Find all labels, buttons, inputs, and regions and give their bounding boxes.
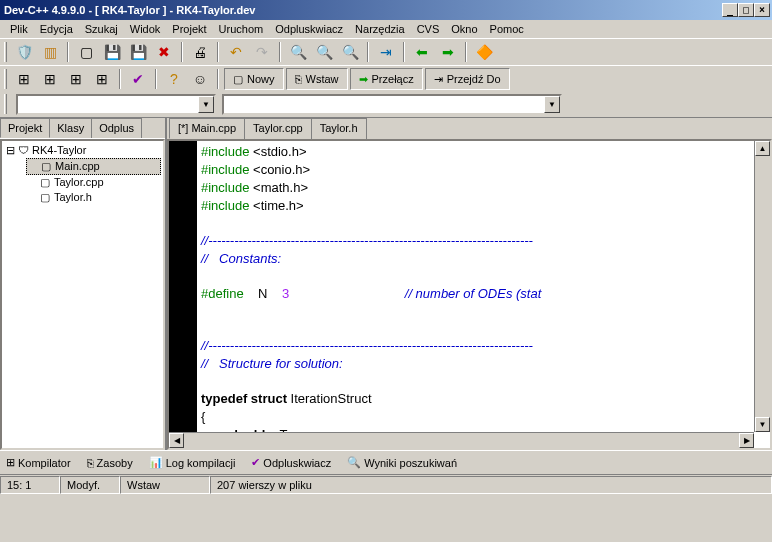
editor-tab-taylor-h[interactable]: Taylor.h xyxy=(311,118,367,139)
file-icon: ▢ xyxy=(38,176,52,189)
editor-tab-main[interactable]: [*] Main.cpp xyxy=(169,118,245,139)
editor-tab-taylor-cpp[interactable]: Taylor.cpp xyxy=(244,118,312,139)
menu-okno[interactable]: Okno xyxy=(445,21,483,37)
replace-icon[interactable]: 🔍 xyxy=(312,41,336,63)
app-icon[interactable]: 🔶 xyxy=(472,41,496,63)
redo-icon[interactable]: ↷ xyxy=(250,41,274,63)
tab-odpluskwiacz[interactable]: ✔ Odpluskwiacz xyxy=(251,456,331,469)
maximize-button[interactable]: □ xyxy=(738,3,754,17)
project-panel: Projekt Klasy Odplus 🛡RK4-Taylor ▢Main.c… xyxy=(0,118,167,450)
toolbar-2: ⊞ ⊞ ⊞ ⊞ ✔ ? ☺ ▢ Nowy ⎘ Wstaw ➡ Przełącz … xyxy=(0,65,772,92)
scroll-left-icon: ◀ xyxy=(169,433,184,448)
file-icon: ▢ xyxy=(39,160,53,173)
menu-pomoc[interactable]: Pomoc xyxy=(484,21,530,37)
grid-icon: ⊞ xyxy=(6,456,15,469)
about-icon[interactable]: ☺ xyxy=(188,68,212,90)
grid1-icon[interactable]: ⊞ xyxy=(12,68,36,90)
doc-icon[interactable]: ▥ xyxy=(38,41,62,63)
minimize-button[interactable]: _ xyxy=(722,3,738,17)
editor-panel: [*] Main.cpp Taylor.cpp Taylor.h #includ… xyxy=(167,118,772,450)
save-icon[interactable]: 💾 xyxy=(100,41,124,63)
menu-projekt[interactable]: Projekt xyxy=(166,21,212,37)
findnext-icon[interactable]: 🔍 xyxy=(338,41,362,63)
combo-2[interactable]: ▼ xyxy=(222,94,562,115)
status-modif: Modyf. xyxy=(60,476,120,494)
menu-uruchom[interactable]: Uruchom xyxy=(213,21,270,37)
horizontal-scrollbar[interactable]: ◀ ▶ xyxy=(169,432,754,448)
menu-narzedzia[interactable]: Narzędzia xyxy=(349,21,411,37)
menu-szukaj[interactable]: Szukaj xyxy=(79,21,124,37)
copy-icon: ⎘ xyxy=(87,457,94,469)
grid4-icon[interactable]: ⊞ xyxy=(90,68,114,90)
status-bar: 15: 1 Modyf. Wstaw 207 wierszy w pliku xyxy=(0,474,772,494)
tab-zasoby[interactable]: ⎘ Zasoby xyxy=(87,457,133,469)
tree-file[interactable]: ▢Main.cpp xyxy=(26,158,161,175)
saveall-icon[interactable]: 💾 xyxy=(126,41,150,63)
combo-row: ▼ ▼ xyxy=(0,92,772,117)
menu-odpluskwiacz[interactable]: Odpluskwiacz xyxy=(269,21,349,37)
nowy-button[interactable]: ▢ Nowy xyxy=(224,68,284,90)
file-icon: ▢ xyxy=(38,191,52,204)
scroll-up-icon: ▲ xyxy=(755,141,770,156)
scroll-right-icon: ▶ xyxy=(739,433,754,448)
tab-wyniki[interactable]: 🔍 Wyniki poszukiwań xyxy=(347,456,457,469)
find-icon[interactable]: 🔍 xyxy=(286,41,310,63)
help-icon[interactable]: ? xyxy=(162,68,186,90)
chevron-down-icon: ▼ xyxy=(544,96,560,113)
tree-file[interactable]: ▢Taylor.h xyxy=(26,190,161,205)
tab-projekt[interactable]: Projekt xyxy=(0,118,50,138)
undo-icon[interactable]: ↶ xyxy=(224,41,248,63)
bottom-tabs: ⊞ Kompilator ⎘ Zasoby 📊 Log kompilacji ✔… xyxy=(0,450,772,474)
shield-icon[interactable]: 🛡️ xyxy=(12,41,36,63)
editor-gutter xyxy=(169,141,197,448)
new-icon[interactable]: ▢ xyxy=(74,41,98,63)
combo-1[interactable]: ▼ xyxy=(16,94,216,115)
grid3-icon[interactable]: ⊞ xyxy=(64,68,88,90)
menu-plik[interactable]: Plik xyxy=(4,21,34,37)
tree-file[interactable]: ▢Taylor.cpp xyxy=(26,175,161,190)
scroll-down-icon: ▼ xyxy=(755,417,770,432)
chart-icon: 📊 xyxy=(149,456,163,469)
przelacz-button[interactable]: ➡ Przełącz xyxy=(350,68,423,90)
shield-icon: 🛡 xyxy=(16,144,30,156)
project-tree[interactable]: 🛡RK4-Taylor ▢Main.cpp ▢Taylor.cpp ▢Taylo… xyxy=(0,139,165,450)
fwd-icon[interactable]: ➡ xyxy=(436,41,460,63)
menu-edycja[interactable]: Edycja xyxy=(34,21,79,37)
close-button[interactable]: × xyxy=(754,3,770,17)
tab-odplus[interactable]: Odplus xyxy=(91,118,142,138)
print-icon[interactable]: 🖨 xyxy=(188,41,212,63)
przejdz-button[interactable]: ⇥ Przejdź Do xyxy=(425,68,510,90)
check-icon[interactable]: ✔ xyxy=(126,68,150,90)
back-icon[interactable]: ⬅ xyxy=(410,41,434,63)
code-editor[interactable]: #include <stdio.h> #include <conio.h> #i… xyxy=(197,141,770,448)
status-pos: 15: 1 xyxy=(0,476,60,494)
title-bar: Dev-C++ 4.9.9.0 - [ RK4-Taylor ] - RK4-T… xyxy=(0,0,772,20)
toolbar-1: 🛡️ ▥ ▢ 💾 💾 ✖ 🖨 ↶ ↷ 🔍 🔍 🔍 ⇥ ⬅ ➡ 🔶 xyxy=(0,38,772,65)
menu-widok[interactable]: Widok xyxy=(124,21,167,37)
check-icon: ✔ xyxy=(251,456,260,469)
status-ins: Wstaw xyxy=(120,476,210,494)
menu-cvs[interactable]: CVS xyxy=(411,21,446,37)
status-lines: 207 wierszy w pliku xyxy=(210,476,772,494)
search-icon: 🔍 xyxy=(347,456,361,469)
close-icon[interactable]: ✖ xyxy=(152,41,176,63)
window-title: Dev-C++ 4.9.9.0 - [ RK4-Taylor ] - RK4-T… xyxy=(2,4,722,16)
tree-root[interactable]: 🛡RK4-Taylor xyxy=(4,143,161,158)
grid2-icon[interactable]: ⊞ xyxy=(38,68,62,90)
vertical-scrollbar[interactable]: ▲ ▼ xyxy=(754,141,770,432)
tab-log[interactable]: 📊 Log kompilacji xyxy=(149,456,236,469)
goto-icon[interactable]: ⇥ xyxy=(374,41,398,63)
wstaw-button[interactable]: ⎘ Wstaw xyxy=(286,68,348,90)
menu-bar: Plik Edycja Szukaj Widok Projekt Uruchom… xyxy=(0,20,772,38)
chevron-down-icon: ▼ xyxy=(198,96,214,113)
tab-kompilator[interactable]: ⊞ Kompilator xyxy=(6,456,71,469)
tab-klasy[interactable]: Klasy xyxy=(49,118,92,138)
